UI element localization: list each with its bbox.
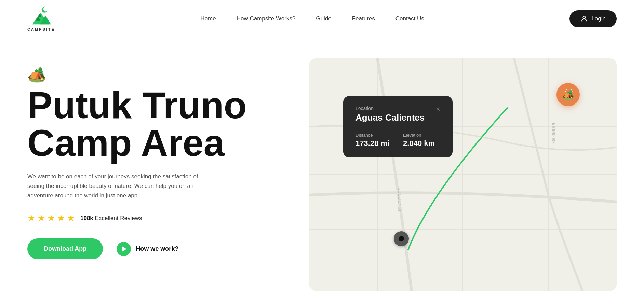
- location-label: Location: [355, 106, 425, 111]
- star-3: ★: [47, 213, 55, 223]
- user-icon: [580, 15, 588, 23]
- destination-pin: 🏕️: [556, 83, 580, 106]
- hero-content: 🏕️ Putuk Truno Camp Area We want to be o…: [27, 58, 247, 259]
- star-1: ★: [27, 213, 35, 223]
- card-title-group: Location Aguas Calientes: [355, 106, 425, 130]
- elevation-label: Elevation: [403, 133, 435, 138]
- elevation-stat: Elevation 2.040 km: [403, 133, 435, 148]
- distance-label: Distance: [355, 133, 389, 138]
- location-card: Location Aguas Calientes × Distance 173.…: [343, 96, 453, 157]
- hero-description: We want to be on each of your journeys s…: [27, 172, 212, 201]
- hero-section: 🏕️ Putuk Truno Camp Area We want to be o…: [0, 38, 644, 304]
- reviews-row: ★ ★ ★ ★ ★ 198k Excellent Reviews: [27, 213, 247, 223]
- navbar: CAMPSITE Home How Campsite Works? Guide …: [0, 0, 644, 38]
- camp-emoji: 🏕️: [27, 65, 247, 83]
- card-header: Location Aguas Calientes ×: [355, 106, 440, 130]
- elevation-value: 2.040 km: [403, 139, 435, 148]
- login-button[interactable]: Login: [569, 10, 617, 27]
- star-5: ★: [67, 213, 75, 223]
- nav-home[interactable]: Home: [200, 15, 216, 22]
- origin-pin-dot: [399, 236, 404, 241]
- logo-text: CAMPSITE: [27, 27, 55, 31]
- nav-how-campsite-works[interactable]: How Campsite Works?: [237, 15, 296, 22]
- nav-guide[interactable]: Guide: [316, 15, 331, 22]
- card-close-button[interactable]: ×: [436, 106, 440, 112]
- cta-row: Download App How we work?: [27, 238, 247, 259]
- origin-pin: [394, 231, 409, 246]
- star-4: ★: [57, 213, 65, 223]
- nav-contact-us[interactable]: Contact Us: [395, 15, 424, 22]
- location-name: Aguas Calientes: [355, 112, 425, 123]
- svg-point-6: [583, 16, 586, 19]
- how-we-work-button[interactable]: How we work?: [117, 242, 178, 256]
- play-triangle: [122, 246, 126, 252]
- map-area: 3600MDPL JONTITRES 🏕️ Location Aguas Cal…: [309, 58, 617, 291]
- star-rating: ★ ★ ★ ★ ★: [27, 213, 75, 223]
- nav-links: Home How Campsite Works? Guide Features …: [200, 15, 424, 22]
- play-icon: [117, 242, 131, 256]
- logo: CAMPSITE: [27, 6, 55, 31]
- card-stats: Distance 173.28 mi Elevation 2.040 km: [355, 133, 440, 148]
- logo-icon: [29, 6, 53, 27]
- hero-title: Putuk Truno Camp Area: [27, 86, 247, 162]
- star-2: ★: [37, 213, 45, 223]
- distance-value: 173.28 mi: [355, 139, 389, 148]
- review-text: 198k Excellent Reviews: [80, 215, 142, 222]
- download-app-button[interactable]: Download App: [27, 238, 103, 259]
- nav-features[interactable]: Features: [352, 15, 375, 22]
- svg-point-1: [43, 7, 48, 12]
- distance-stat: Distance 173.28 mi: [355, 133, 389, 148]
